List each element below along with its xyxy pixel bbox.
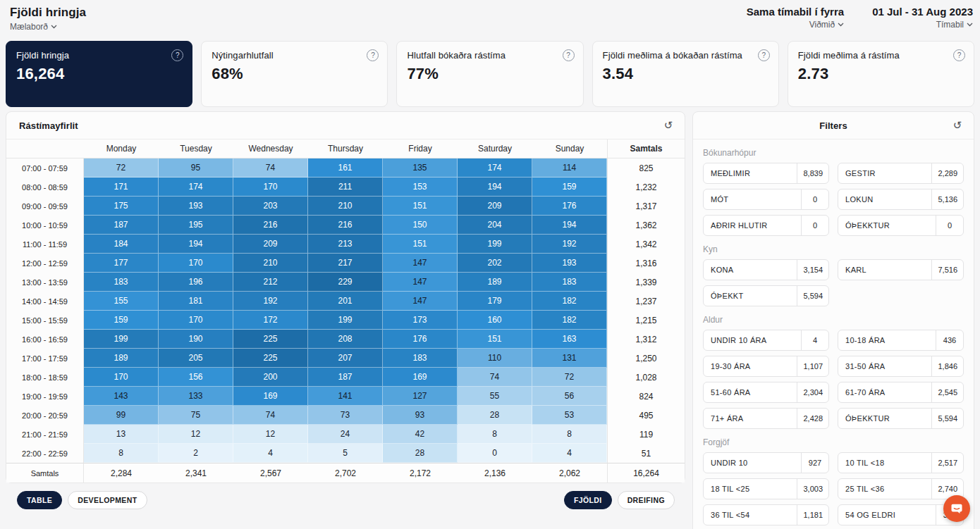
- chevron-down-icon: [51, 25, 57, 29]
- table-row: 19:00 - 19:591431331691411275556824: [6, 387, 685, 406]
- filter-chip[interactable]: 25 TIL <362,740: [838, 478, 964, 499]
- help-icon[interactable]: ?: [758, 49, 770, 61]
- heat-cell: 28: [458, 406, 532, 425]
- time-label: 11:00 - 11:59: [6, 235, 84, 254]
- filter-chip[interactable]: UNDIR 10927: [703, 452, 829, 473]
- tab-table[interactable]: TABLE: [17, 491, 62, 509]
- heat-cell: 183: [84, 273, 159, 292]
- filter-chip[interactable]: 10 TIL <182,517: [838, 452, 964, 473]
- help-icon[interactable]: ?: [953, 49, 965, 61]
- table-row: 12:00 - 12:591771702102171472021931,316: [6, 254, 685, 273]
- heat-cell: 159: [532, 178, 607, 197]
- col-total: 2,136: [458, 463, 532, 483]
- filter-chip[interactable]: 10-18 ÁRA436: [838, 330, 964, 351]
- filter-chip[interactable]: 19-30 ÁRA1,107: [703, 356, 829, 377]
- filter-chip-label: 19-30 ÁRA: [704, 356, 797, 376]
- row-total: 119: [607, 425, 685, 444]
- kpi-card-0[interactable]: Fjöldi hringja?16,264: [6, 41, 192, 107]
- filter-chip-value: 2,304: [797, 382, 828, 402]
- period-dropdown-label: Tímabil: [936, 20, 964, 30]
- heat-cell: 13: [84, 425, 159, 444]
- col-total: 2,172: [383, 463, 458, 483]
- filters-panel-title: Filters: [693, 120, 974, 131]
- dashboard-dropdown-label: Mælaborð: [10, 22, 48, 32]
- heat-cell: 159: [84, 311, 159, 330]
- filter-chip-label: 51-60 ÁRA: [704, 382, 797, 402]
- help-icon[interactable]: ?: [563, 49, 575, 61]
- heat-cell: 56: [532, 387, 607, 406]
- kpi-card-3[interactable]: Fjöldi meðlima á bókaðan rástíma?3.54: [592, 41, 779, 107]
- filter-chip[interactable]: 31-50 ÁRA1,846: [838, 356, 964, 377]
- row-total: 495: [607, 406, 685, 425]
- heat-cell: 199: [458, 235, 532, 254]
- heat-cell: 182: [532, 311, 607, 330]
- filter-chip[interactable]: KARL7,516: [838, 259, 964, 280]
- filter-chip-label: MÓT: [704, 189, 801, 209]
- table-row: 15:00 - 15:591591701721991731601821,215: [6, 311, 685, 330]
- filter-chip[interactable]: ÓÞEKKTUR5,594: [838, 408, 964, 429]
- heat-cell: 73: [308, 406, 383, 425]
- kpi-value: 2.73: [798, 65, 964, 83]
- filter-chip-label: 10 TIL <18: [838, 453, 931, 473]
- kpi-card-1[interactable]: Nýtingarhlutfall?68%: [201, 41, 388, 107]
- filter-section-label: Bókunarhópur: [703, 148, 964, 158]
- filter-chip[interactable]: ÓÞEKKT5,594: [703, 285, 829, 306]
- filter-chip[interactable]: ÓÞEKKTUR0: [838, 215, 964, 236]
- heat-cell: 93: [383, 406, 458, 425]
- reset-icon[interactable]: ↺: [662, 119, 675, 132]
- heat-cell: 174: [159, 178, 233, 197]
- heat-cell: 5: [308, 444, 383, 463]
- filter-chip-label: 61-70 ÁRA: [838, 382, 931, 402]
- filter-chip[interactable]: MÓT0: [703, 189, 829, 210]
- tab-dreifing[interactable]: DREIFING: [618, 491, 675, 509]
- filter-chip[interactable]: UNDIR 10 ÁRA4: [703, 330, 829, 351]
- dashboard-dropdown[interactable]: Mælaborð: [10, 22, 86, 32]
- filter-chip-label: LOKUN: [838, 189, 931, 209]
- heat-cell: 179: [458, 292, 532, 311]
- filter-chip[interactable]: KONA3,154: [703, 259, 829, 280]
- heat-cell: 192: [532, 235, 607, 254]
- tab-development[interactable]: DEVELOPMENT: [68, 491, 147, 509]
- period-dropdown[interactable]: Tímabil: [872, 20, 973, 30]
- filter-chip-label: AÐRIR HLUTIR: [704, 216, 801, 235]
- filter-grid: MEÐLIMIR8,839GESTIR2,289MÓT0LOKUN5,136AÐ…: [703, 163, 964, 236]
- kpi-card-2[interactable]: Hlutfall bókaðra rástíma?77%: [396, 41, 583, 107]
- filter-chip[interactable]: LOKUN5,136: [838, 189, 964, 210]
- heat-cell: 2: [159, 444, 233, 463]
- reset-icon[interactable]: ↺: [951, 119, 964, 132]
- filter-chip-label: 31-50 ÁRA: [838, 356, 931, 376]
- table-panel-title: Rástímayfirlit: [6, 120, 78, 131]
- filter-chip-value: 2,289: [931, 163, 963, 183]
- heat-cell: 201: [308, 292, 383, 311]
- filter-chip[interactable]: 51-60 ÁRA2,304: [703, 382, 829, 403]
- heat-cell: 12: [159, 425, 233, 444]
- kpi-card-4[interactable]: Fjöldi meðlima á rástíma?2.73: [788, 41, 974, 107]
- filter-chip[interactable]: AÐRIR HLUTIR0: [703, 215, 829, 236]
- filter-chip-label: KONA: [704, 260, 797, 280]
- heat-cell: 110: [458, 349, 532, 368]
- heat-cell: 216: [233, 216, 308, 235]
- view-tabs: TABLEDEVELOPMENT FJÖLDIDREIFING: [6, 491, 685, 509]
- heat-cell: 182: [532, 292, 607, 311]
- heat-cell: 209: [233, 235, 308, 254]
- filter-chip[interactable]: 18 TIL <253,003: [703, 478, 829, 499]
- tab-fjöldi[interactable]: FJÖLDI: [564, 491, 612, 509]
- kpi-value: 16,264: [16, 65, 182, 83]
- heat-cell: 173: [383, 311, 458, 330]
- heat-cell: 156: [159, 368, 233, 387]
- heat-cell: 99: [84, 406, 159, 425]
- filter-chip[interactable]: MEÐLIMIR8,839: [703, 163, 829, 184]
- heat-cell: 176: [383, 330, 458, 349]
- heat-cell: 210: [308, 197, 383, 216]
- intercom-chat-button[interactable]: [943, 495, 970, 522]
- filter-chip[interactable]: 36 TIL <541,181: [703, 504, 829, 525]
- filter-chip[interactable]: GESTIR2,289: [838, 163, 964, 184]
- kpi-value: 3.54: [603, 65, 768, 83]
- filter-chip[interactable]: 71+ ÁRA2,428: [703, 408, 829, 429]
- comparison-dropdown[interactable]: Viðmið: [747, 20, 844, 30]
- heat-cell: 187: [308, 368, 383, 387]
- heat-cell: 170: [84, 368, 159, 387]
- view-tabs-left: TABLEDEVELOPMENT: [17, 491, 147, 509]
- filter-chip[interactable]: 61-70 ÁRA2,545: [838, 382, 964, 403]
- heat-cell: 207: [308, 349, 383, 368]
